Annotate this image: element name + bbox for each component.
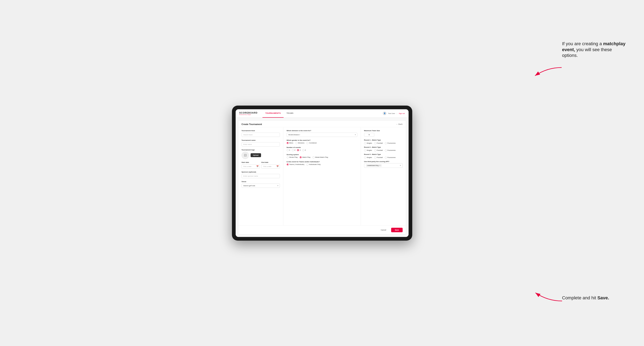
division-select-wrapper: NCAA Division I <box>287 132 357 137</box>
radio-r1-circle <box>287 149 289 151</box>
back-link[interactable]: ← Back <box>396 123 403 125</box>
round3-section-title: Round 3 - Match Type <box>364 154 403 155</box>
round-4[interactable]: 4 <box>302 149 306 151</box>
round1-section-title: Round 1 - Match Type <box>364 139 403 141</box>
rounds-radio-group: 1 2 3 <box>287 149 357 151</box>
radio-medal-circle <box>312 156 314 158</box>
r1-foursomes-label: Foursomes <box>388 142 396 144</box>
r1-foursomes-circle <box>385 142 387 144</box>
round2-singles[interactable]: Singles <box>364 149 372 152</box>
round-2-label: 2 <box>294 149 295 151</box>
api-select-wrapper[interactable]: Leaderboard King ✕ ▾ <box>364 163 403 168</box>
individuals-option[interactable]: Individuals Only <box>306 164 320 166</box>
save-button[interactable]: Save <box>391 228 403 232</box>
arrow-matchplay <box>531 65 564 82</box>
tablet-frame: SCOREBOARD Powered by clippit TOURNAMENT… <box>232 106 412 241</box>
tablet-screen: SCOREBOARD Powered by clippit TOURNAMENT… <box>236 109 408 237</box>
gender-group: Which gender is the event for? Mens Wome… <box>287 139 357 144</box>
max-team-size-input[interactable] <box>364 133 374 137</box>
round-4-label: 4 <box>305 149 306 151</box>
round1-fourball[interactable]: Fourball <box>374 142 383 144</box>
round-1[interactable]: 1 <box>287 149 290 151</box>
tournament-name-input[interactable] <box>242 142 280 147</box>
end-date-wrapper: 📅 <box>262 164 280 169</box>
scoring-stroke[interactable]: Stroke Play <box>287 156 298 158</box>
round3-foursomes[interactable]: Foursomes <box>385 157 396 159</box>
r3-foursomes-label: Foursomes <box>388 157 396 158</box>
logo-placeholder: 🖼 <box>242 152 249 159</box>
teams-group: Is this event for Teams and/or Individua… <box>287 161 357 166</box>
api-group: Use third-party live scoring API? Leader… <box>364 161 403 168</box>
round2-fourball[interactable]: Fourball <box>374 149 383 152</box>
gender-combined[interactable]: Combined <box>306 142 316 144</box>
round2-section-title: Round 2 - Match Type <box>364 146 403 148</box>
sign-out-link[interactable]: Sign out <box>399 113 405 114</box>
gender-womens[interactable]: Womens <box>295 142 304 144</box>
round-3-label: 3 <box>300 149 300 151</box>
radio-stroke-circle <box>287 156 289 158</box>
sponsor-label: Sponsor (optional) <box>242 171 280 173</box>
left-column: Tournament Host Tournament name Tourname… <box>238 127 284 225</box>
division-label: Which division is the event for? <box>287 130 357 132</box>
round3-match-radio-group: Singles Fourball Foursomes <box>364 157 403 159</box>
venue-group: Venue Search golf club <box>242 181 280 188</box>
division-select[interactable]: NCAA Division I <box>287 133 357 137</box>
round-3[interactable]: 3 <box>297 149 300 151</box>
gender-womens-label: Womens <box>298 142 304 144</box>
avatar: 👤 <box>383 112 386 115</box>
round1-singles[interactable]: Singles <box>364 142 372 144</box>
middle-column: Which division is the event for? NCAA Di… <box>284 127 361 225</box>
round2-foursomes[interactable]: Foursomes <box>385 149 396 152</box>
round3-singles[interactable]: Singles <box>364 157 372 159</box>
api-tag-value: Leaderboard King <box>367 165 379 166</box>
round3-fourball[interactable]: Fourball <box>374 157 383 159</box>
gender-combined-label: Combined <box>309 142 316 144</box>
right-column: Maximum Team Size Round 1 - Match Type S… <box>361 127 406 225</box>
arrow-save <box>531 287 564 303</box>
scoring-medal[interactable]: Medal Match Play <box>312 156 328 158</box>
individuals-option-label: Individuals Only <box>309 164 320 165</box>
nav-tabs: TOURNAMENTS TEAMS <box>262 109 296 118</box>
radio-womens-circle <box>295 142 297 144</box>
r1-singles-label: Singles <box>367 142 372 144</box>
tournament-host-input[interactable] <box>242 133 280 137</box>
max-team-size-label: Maximum Team Size <box>364 130 403 132</box>
main-content: Create Tournament ← Back Tournament Host… <box>236 118 408 237</box>
separator: | <box>397 113 397 114</box>
round1-foursomes[interactable]: Foursomes <box>385 142 396 144</box>
upload-button[interactable]: Upload <box>250 153 261 157</box>
radio-r4-circle <box>302 149 304 151</box>
scoring-match-label: Match Play <box>302 156 310 158</box>
cancel-button[interactable]: Cancel <box>378 228 389 232</box>
scoring-group: Scoring system Stroke Play Match Play <box>287 154 357 158</box>
logo-title: SCOREBOARD <box>239 112 258 114</box>
gender-radio-group: Mens Womens Combined <box>287 142 357 144</box>
teams-option[interactable]: Teams (+Individuals) <box>287 164 304 166</box>
radio-combined-circle <box>306 142 308 144</box>
round2-match-type-section: Round 2 - Match Type Singles Fourball <box>364 146 403 152</box>
radio-mens-circle <box>287 142 289 144</box>
tournament-logo-group: Tournament logo 🖼 Upload <box>242 149 280 159</box>
tournament-host-label: Tournament Host <box>242 130 280 132</box>
r2-fourball-label: Fourball <box>377 149 383 151</box>
venue-select[interactable]: Search golf club <box>242 183 280 188</box>
radio-teams-circle <box>287 164 289 166</box>
r3-fourball-label: Fourball <box>377 157 383 158</box>
calendar-icon: 📅 <box>256 165 258 167</box>
r3-singles-circle <box>364 157 366 159</box>
panel-title: Create Tournament <box>242 123 262 125</box>
api-tag-close-icon[interactable]: ✕ <box>379 165 380 166</box>
nav-tab-teams[interactable]: TEAMS <box>284 109 296 118</box>
scoring-medal-label: Medal Match Play <box>315 156 328 158</box>
teams-label: Is this event for Teams and/or Individua… <box>287 161 357 163</box>
gender-mens[interactable]: Mens <box>287 142 294 144</box>
sponsor-input[interactable] <box>242 174 280 178</box>
r2-singles-circle <box>364 149 366 152</box>
round-2[interactable]: 2 <box>292 149 295 151</box>
round1-match-type-section: Round 1 - Match Type Singles Fourball <box>364 139 403 144</box>
scoring-match[interactable]: Match Play <box>300 156 310 158</box>
nav-tab-tournaments[interactable]: TOURNAMENTS <box>262 109 284 118</box>
division-group: Which division is the event for? NCAA Di… <box>287 130 357 137</box>
api-label: Use third-party live scoring API? <box>364 161 403 163</box>
round1-match-radio-group: Singles Fourball Foursomes <box>364 142 403 144</box>
